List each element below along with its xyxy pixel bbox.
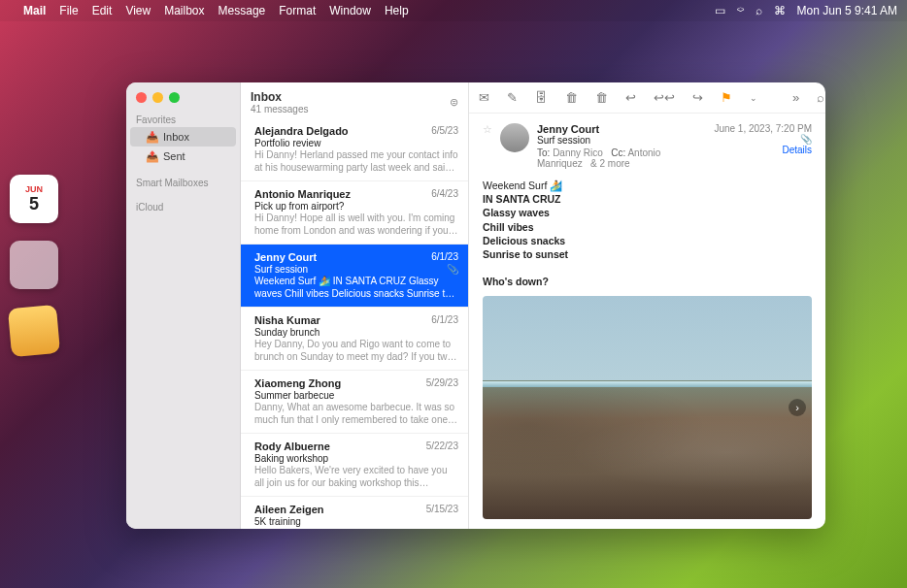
window-controls: [126, 82, 240, 109]
message-header: ☆ Jenny Court Surf session To: Danny Ric…: [483, 123, 812, 169]
menu-message[interactable]: Message: [218, 4, 266, 17]
row-date: 6/1/23: [431, 251, 458, 262]
attachment-image[interactable]: ›: [483, 296, 812, 519]
calendar-widget[interactable]: JUN 5: [10, 175, 58, 223]
compose-icon[interactable]: ✎: [507, 90, 518, 105]
row-preview: Hi Danny! Hope all is well with you. I'm…: [254, 212, 458, 237]
row-subject: Baking workshop: [254, 453, 458, 464]
battery-icon[interactable]: ▭: [715, 4, 725, 17]
details-link[interactable]: Details: [714, 145, 812, 155]
row-date: 6/5/23: [431, 125, 458, 136]
sidebar-section-favorites: Favorites: [126, 109, 240, 127]
row-date: 5/15/23: [426, 504, 458, 514]
menu-bar: Mail File Edit View Mailbox Message Form…: [0, 0, 907, 21]
body-line: Glassy waves: [483, 207, 550, 218]
menubar-clock[interactable]: Mon Jun 5 9:41 AM: [797, 4, 897, 17]
wifi-icon[interactable]: ⌔: [737, 4, 744, 17]
menu-format[interactable]: Format: [279, 4, 316, 17]
attachment-icon: 📎: [447, 264, 458, 275]
message-subject: Surf session: [537, 135, 706, 146]
flag-chevron-icon[interactable]: ⌄: [750, 93, 757, 103]
more-icon[interactable]: »: [792, 90, 799, 105]
row-sender: Alejandra Delgado: [254, 125, 458, 137]
calendar-day: 5: [29, 194, 39, 214]
row-preview: Hi Danny! Herland passed me your contact…: [254, 149, 458, 174]
from-name[interactable]: Jenny Court: [537, 123, 706, 135]
next-image-icon[interactable]: ›: [789, 399, 806, 416]
menu-view[interactable]: View: [125, 4, 151, 17]
spotlight-icon[interactable]: ⌕: [756, 4, 762, 17]
forward-icon[interactable]: ↪︎: [692, 90, 703, 105]
menu-mailbox[interactable]: Mailbox: [164, 4, 204, 17]
message-row[interactable]: Aileen Zeigen5/15/235K trainingHey Danny…: [241, 497, 468, 529]
row-subject: Summer barbecue: [254, 390, 458, 401]
toolbar: ✉︎ ✎ 🗄 🗑 🗑︎ ↩︎ ↩︎↩︎ ↪︎ ⚑ ⌄ » ⌕: [469, 82, 825, 114]
message-body: Weekend Surf 🏄 IN SANTA CRUZ Glassy wave…: [483, 169, 812, 296]
to-name[interactable]: Danny Rico: [553, 147, 603, 158]
body-footer: Who's down?: [483, 276, 549, 287]
inbox-icon: 📥: [146, 131, 157, 143]
menu-file[interactable]: File: [59, 4, 78, 17]
sidebar-item-label: Inbox: [163, 131, 189, 143]
reply-all-icon[interactable]: ↩︎↩︎: [654, 90, 675, 105]
sidebar-item-inbox[interactable]: 📥 Inbox: [130, 127, 236, 147]
sidebar-section-icloud: iCloud: [126, 196, 240, 214]
reply-icon[interactable]: ↩︎: [625, 90, 636, 105]
row-preview: Hey Danny, Do you and Rigo want to come …: [254, 339, 458, 363]
mail-window: Favorites 📥 Inbox 📤 Sent Smart Mailboxes…: [126, 82, 825, 529]
menu-window[interactable]: Window: [329, 4, 371, 17]
control-center-icon[interactable]: ⌘: [774, 4, 786, 17]
message-row[interactable]: Antonio Manriquez6/4/23Pick up from airp…: [241, 181, 468, 245]
archive-icon[interactable]: 🗄: [535, 90, 548, 105]
minimize-button[interactable]: [152, 92, 163, 103]
message-row[interactable]: Alejandra Delgado6/5/23Portfolio reviewH…: [241, 118, 468, 181]
row-subject: Surf session: [254, 264, 458, 275]
row-sender: Jenny Court: [254, 251, 458, 263]
row-sender: Antonio Manriquez: [254, 188, 458, 200]
row-date: 6/1/23: [431, 314, 458, 325]
message-pane: ✉︎ ✎ 🗄 🗑 🗑︎ ↩︎ ↩︎↩︎ ↪︎ ⚑ ⌄ » ⌕ ☆ Jenny C…: [469, 82, 825, 529]
message-list[interactable]: Inbox 41 messages ⊜ Alejandra Delgado6/5…: [241, 82, 469, 529]
cc-label: Cc:: [611, 147, 625, 158]
cc-more[interactable]: & 2 more: [590, 158, 630, 169]
to-label: To:: [537, 147, 550, 158]
message-row[interactable]: Xiaomeng Zhong5/29/23Summer barbecueDann…: [241, 371, 468, 434]
flag-icon[interactable]: ⚑: [721, 90, 732, 105]
star-icon[interactable]: ☆: [483, 123, 492, 136]
message-row[interactable]: Rody Albuerne5/22/23Baking workshopHello…: [241, 434, 468, 497]
row-date: 5/22/23: [426, 441, 458, 451]
row-date: 5/29/23: [426, 377, 458, 388]
trash-icon[interactable]: 🗑: [565, 90, 578, 105]
notes-widget[interactable]: [10, 241, 58, 289]
junk-icon[interactable]: 🗑︎: [595, 90, 608, 105]
row-preview: Danny, What an awesome barbecue. It was …: [254, 402, 458, 426]
recipients: To: Danny Rico Cc: Antonio Manriquez & 2…: [537, 147, 706, 169]
filter-icon[interactable]: ⊜: [450, 96, 458, 109]
body-line: Delicious snacks: [483, 235, 565, 246]
body-line: Weekend Surf 🏄: [483, 180, 562, 191]
menu-help[interactable]: Help: [385, 4, 409, 17]
avatar: [500, 123, 529, 152]
app-menu[interactable]: Mail: [23, 4, 46, 17]
body-line: Sunrise to sunset: [483, 248, 568, 260]
envelope-icon[interactable]: ✉︎: [479, 90, 489, 105]
list-header: Inbox 41 messages ⊜: [241, 82, 468, 118]
row-subject: Pick up from airport?: [254, 201, 458, 212]
attachment-icon[interactable]: 📎: [714, 134, 812, 145]
mailbox-count: 41 messages: [251, 104, 308, 114]
message-row[interactable]: Nisha Kumar6/1/23Sunday brunchHey Danny,…: [241, 308, 468, 371]
photo-widget[interactable]: [8, 305, 60, 357]
mailbox-title: Inbox: [251, 90, 308, 104]
row-subject: 5K training: [254, 516, 458, 527]
row-date: 6/4/23: [431, 188, 458, 199]
fullscreen-button[interactable]: [169, 92, 180, 103]
row-subject: Portfolio review: [254, 138, 458, 148]
menu-edit[interactable]: Edit: [92, 4, 113, 17]
row-preview: Weekend Surf 🏄 IN SANTA CRUZ Glassy wave…: [254, 276, 458, 300]
message-row[interactable]: Jenny Court6/1/23📎Surf sessionWeekend Su…: [241, 245, 468, 308]
message-timestamp: June 1, 2023, 7:20 PM: [714, 123, 812, 134]
close-button[interactable]: [136, 92, 147, 103]
search-icon[interactable]: ⌕: [817, 90, 824, 105]
sidebar-item-sent[interactable]: 📤 Sent: [126, 147, 240, 166]
sidebar-section-smart: Smart Mailboxes: [126, 172, 240, 190]
